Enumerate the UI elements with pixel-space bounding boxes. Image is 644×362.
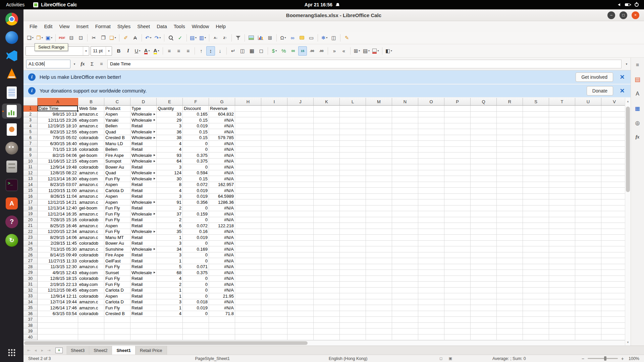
row-header-17[interactable]: 17 [23, 199, 38, 205]
menu-view[interactable]: View [56, 22, 73, 31]
cell-R38[interactable] [497, 323, 523, 329]
cell-T12[interactable] [549, 170, 575, 176]
cell-P27[interactable] [444, 258, 471, 264]
cell-Q11[interactable] [471, 164, 497, 170]
cell-A35[interactable]: 12/6/14 17:46 [38, 305, 78, 311]
cell-V7[interactable] [601, 141, 625, 147]
cell-L22[interactable] [340, 229, 366, 235]
cell-O25[interactable] [418, 246, 444, 252]
cell-G19[interactable]: #N/A [209, 211, 235, 217]
cell-E38[interactable] [157, 323, 183, 329]
cell-T23[interactable] [549, 235, 575, 241]
cell-E17[interactable]: 91 [157, 199, 183, 205]
cell-A25[interactable]: 7/13/15 05:30 [38, 246, 78, 252]
last-sheet-button[interactable]: ⇥ [46, 348, 52, 353]
cell-L3[interactable] [340, 117, 366, 123]
cell-N13[interactable] [392, 176, 418, 182]
cell-S8[interactable] [523, 147, 549, 153]
delete-decimal-place-button[interactable]: .00 [317, 46, 326, 56]
cell-Q40[interactable] [471, 335, 497, 341]
cell-G23[interactable]: #N/A [209, 235, 235, 241]
cell-J10[interactable] [287, 159, 314, 165]
cell-N3[interactable] [392, 117, 418, 123]
special-character-button[interactable]: Ω▾ [279, 33, 287, 43]
columns-dropdown[interactable]: ▾ [205, 36, 206, 39]
cell-I20[interactable] [261, 217, 287, 223]
cell-R15[interactable] [497, 188, 523, 194]
cell-D40[interactable] [130, 335, 157, 341]
menu-edit[interactable]: Edit [41, 22, 56, 31]
cell-H12[interactable] [235, 170, 261, 176]
cell-O40[interactable] [418, 335, 444, 341]
clock-menu[interactable]: Apr 21 16:56 [305, 2, 339, 7]
save-button[interactable]: ▣▾ [45, 33, 53, 43]
cell-F7[interactable]: 0 [183, 141, 209, 147]
cell-P23[interactable] [444, 235, 471, 241]
cell-L25[interactable] [340, 246, 366, 252]
cell-K20[interactable] [314, 217, 340, 223]
font-name-dropdown[interactable]: ▾ [83, 47, 89, 55]
cell-L34[interactable] [340, 299, 366, 305]
dock-gimp-button[interactable] [2, 140, 21, 156]
average-sum-status[interactable]: Average: ; Sum: 0 [492, 356, 526, 361]
cell-A24[interactable]: 2/28/15 11:45 [38, 241, 78, 247]
cell-F6[interactable]: 0.15 [183, 135, 209, 141]
cell-E11[interactable]: 3 [157, 164, 183, 170]
print-button[interactable]: ⊟ [67, 33, 76, 43]
column-header-N[interactable]: N [392, 98, 418, 106]
cell-K13[interactable] [314, 176, 340, 182]
cell-L8[interactable] [340, 147, 366, 153]
cell-P14[interactable] [444, 182, 471, 188]
cell-J15[interactable] [287, 188, 314, 194]
cell-R18[interactable] [497, 205, 523, 212]
cell-B9[interactable]: gel-boom [78, 153, 104, 159]
cell-J39[interactable] [287, 328, 314, 335]
cell-I35[interactable] [261, 305, 287, 311]
cell-E30[interactable]: 4 [157, 276, 183, 282]
functions-deck-icon[interactable]: fx [633, 132, 642, 142]
cell-G25[interactable]: #N/A [209, 246, 235, 252]
cell-B7[interactable]: ebay.com [78, 141, 104, 147]
cell-P16[interactable] [444, 194, 471, 200]
cell-I27[interactable] [261, 258, 287, 264]
cell-L35[interactable] [340, 305, 366, 311]
cell-M22[interactable] [366, 229, 392, 235]
cell-L24[interactable] [340, 241, 366, 247]
cell-O37[interactable] [418, 317, 444, 323]
name-box-dropdown[interactable]: ▾ [71, 60, 77, 68]
navigator-deck-icon[interactable]: ◎ [633, 118, 642, 127]
cell-U1[interactable] [575, 106, 601, 112]
cell-J32[interactable] [287, 288, 314, 294]
cell-G1[interactable]: Revenue [209, 106, 235, 112]
decrease-indent-button[interactable]: « [339, 46, 348, 56]
cell-S39[interactable] [523, 328, 549, 335]
cell-Q24[interactable] [471, 241, 497, 247]
cell-H21[interactable] [235, 223, 261, 229]
previous-sheet-button[interactable]: ◂ [32, 348, 39, 353]
cell-H2[interactable] [235, 112, 261, 118]
cell-D26[interactable]: Retail [130, 252, 157, 258]
cell-H6[interactable] [235, 135, 261, 141]
cell-E2[interactable]: 33 [157, 112, 183, 118]
cell-U38[interactable] [575, 323, 601, 329]
open-file-dropdown[interactable]: ▾ [42, 36, 43, 39]
cell-T3[interactable] [549, 117, 575, 123]
cell-F35[interactable]: 0.019 [183, 305, 209, 311]
cell-A40[interactable] [38, 335, 78, 341]
merge-cells-button[interactable]: ▦ [248, 46, 256, 56]
cell-T34[interactable] [549, 299, 575, 305]
cell-Q1[interactable] [471, 106, 497, 112]
cell-G33[interactable]: 21.95 [209, 293, 235, 299]
cell-I5[interactable] [261, 129, 287, 135]
cell-O35[interactable] [418, 305, 444, 311]
cell-H28[interactable] [235, 264, 261, 270]
cell-K24[interactable] [314, 241, 340, 247]
title-bar[interactable]: BoomerangSales.xlsx - LibreOffice Calc –… [23, 9, 644, 21]
cell-U31[interactable] [575, 282, 601, 288]
cell-J1[interactable] [287, 106, 314, 112]
cell-K3[interactable] [314, 117, 340, 123]
cell-J22[interactable] [287, 229, 314, 235]
cell-N21[interactable] [392, 223, 418, 229]
cell-K8[interactable] [314, 147, 340, 153]
cell-M8[interactable] [366, 147, 392, 153]
